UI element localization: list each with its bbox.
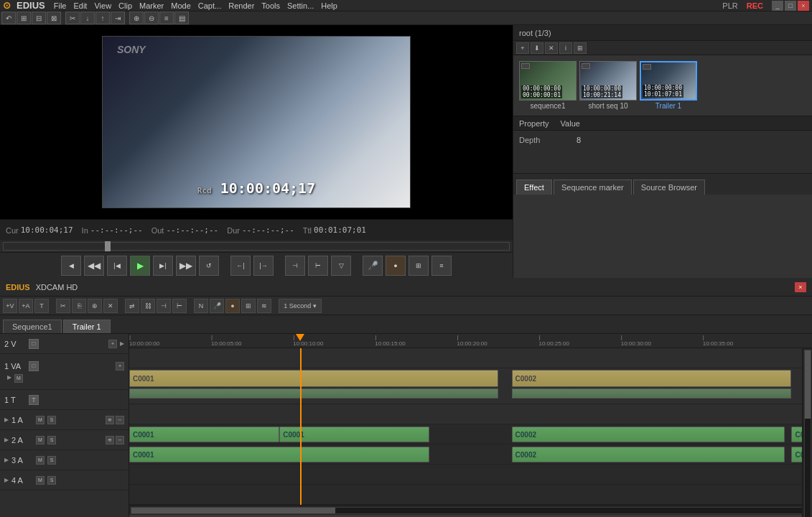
track-add-1va[interactable]: + — [116, 362, 124, 371]
tl-grid-btn[interactable]: ⊞ — [241, 299, 256, 313]
menu-edit[interactable]: Edit — [73, 1, 87, 10]
tl-ripple-btn[interactable]: ⇌ — [125, 299, 139, 313]
tl-normalize-btn[interactable]: N — [194, 299, 208, 313]
tl-split-btn[interactable]: ⊣ — [157, 299, 171, 313]
tl-delete-btn[interactable]: ✕ — [103, 299, 118, 313]
clip-2a-c0002[interactable]: C0002 — [512, 447, 785, 462]
play-button[interactable]: ▶ — [130, 256, 150, 276]
asset-import-btn[interactable]: ⬇ — [531, 42, 543, 54]
track-solo-3a[interactable]: S — [47, 456, 56, 465]
toolbar-btn-3[interactable]: ⊟ — [32, 11, 46, 24]
clip-1va-video-c0001[interactable]: C0001 — [129, 370, 498, 387]
track-solo-2a[interactable]: S — [47, 436, 56, 444]
track-mute-4a[interactable]: M — [36, 476, 45, 485]
scrub-bar[interactable] — [3, 242, 510, 251]
track-add-2v[interactable]: + — [108, 340, 117, 348]
track-expand-2a[interactable]: ▶ — [4, 437, 9, 443]
color-button[interactable]: ● — [386, 256, 406, 276]
track-expand-4a[interactable]: ▶ — [4, 477, 9, 483]
menu-capt[interactable]: Capt... — [198, 1, 221, 10]
clip-1a-c0002[interactable]: C0002 — [512, 427, 785, 442]
toolbar-btn-1[interactable]: ↶ — [1, 11, 16, 24]
tl-paste-btn[interactable]: ⊕ — [88, 299, 102, 313]
close-button[interactable]: × — [798, 1, 809, 11]
tl-tab-trailer1[interactable]: Trailer 1 — [63, 320, 111, 333]
toolbar-btn-12[interactable]: ▤ — [174, 11, 189, 24]
toolbar-btn-2[interactable]: ⊞ — [17, 11, 31, 24]
track-mute-1a[interactable]: M — [36, 416, 45, 424]
asset-item-2[interactable]: 10:00:00:0010:00:21:14 short seq 10 — [579, 61, 637, 110]
asset-item-3[interactable]: 10:00:00:0010:01:07:01 Trailer 1 — [640, 61, 697, 110]
tl-join-btn[interactable]: ⊢ — [172, 299, 187, 313]
asset-view-btn[interactable]: ⊞ — [574, 42, 587, 54]
timeline-close-button[interactable]: × — [795, 282, 806, 292]
toolbar-btn-5[interactable]: ✂ — [65, 11, 80, 24]
maximize-button[interactable]: □ — [785, 1, 796, 11]
toolbar-btn-11[interactable]: ≡ — [159, 11, 174, 24]
plr-button[interactable]: PLR — [719, 1, 740, 11]
toolbar-btn-7[interactable]: ↑ — [95, 11, 110, 24]
tl-copy-btn[interactable]: ⎘ — [72, 299, 86, 313]
toolbar-btn-8[interactable]: ⇥ — [111, 11, 125, 24]
grid-button[interactable]: ⊞ — [409, 256, 429, 276]
track-solo-4a[interactable]: S — [47, 476, 56, 485]
menu-marker[interactable]: Marker — [139, 1, 164, 10]
menu-file[interactable]: File — [54, 1, 67, 10]
tl-cut-btn[interactable]: ✂ — [56, 299, 70, 313]
step-forward-button[interactable]: ▶| — [153, 256, 173, 276]
clip-1a-c0001-1[interactable]: C0001 — [129, 427, 279, 442]
menu-render[interactable]: Render — [228, 1, 254, 10]
fast-forward-button[interactable]: ▶▶ — [176, 256, 196, 276]
mark-out-button[interactable]: ⊢ — [308, 256, 328, 276]
prev-frame-button[interactable]: ◀ — [61, 256, 81, 276]
menu-mode[interactable]: Mode — [171, 1, 191, 10]
tab-sequence-marker[interactable]: Sequence marker — [554, 180, 632, 195]
menu-tools[interactable]: Tools — [261, 1, 280, 10]
tl-link-btn[interactable]: ⛓ — [141, 299, 155, 313]
toolbar-btn-6[interactable]: ↓ — [80, 11, 95, 24]
tl-add-title-btn[interactable]: T — [34, 299, 49, 313]
menu-settings[interactable]: Settin... — [287, 1, 314, 10]
toolbar-btn-10[interactable]: ⊖ — [144, 11, 159, 24]
tab-effect[interactable]: Effect — [516, 180, 552, 195]
track-expand-3a[interactable]: ▶ — [4, 457, 9, 463]
track-pan-1a[interactable]: ↔ — [116, 416, 124, 424]
track-solo-1a[interactable]: S — [47, 416, 56, 424]
settings-button[interactable]: ≡ — [431, 256, 452, 276]
h-scroll-thumb[interactable] — [131, 508, 335, 513]
toolbar-btn-9[interactable]: ⊕ — [129, 11, 144, 24]
minimize-button[interactable]: _ — [772, 1, 783, 11]
track-video-icon-1va[interactable]: □ — [29, 361, 39, 371]
step-back-button[interactable]: |◀ — [107, 256, 127, 276]
track-audio-mute-1va[interactable]: M — [14, 374, 23, 383]
track-mute-2a[interactable]: M — [36, 436, 45, 444]
tl-tab-sequence1[interactable]: Sequence1 — [3, 320, 62, 333]
timeline-ruler[interactable]: 10:00:00:00 10:00:05:00 10:00:10:00 10:0… — [129, 334, 812, 348]
toolbar-btn-4[interactable]: ⊠ — [47, 11, 61, 24]
menu-view[interactable]: View — [94, 1, 111, 10]
menu-help[interactable]: Help — [321, 1, 337, 10]
v-scroll-thumb[interactable] — [805, 350, 811, 419]
tab-source-browser[interactable]: Source Browser — [633, 180, 705, 195]
track-mute-3a[interactable]: M — [36, 456, 45, 465]
tl-waveform-btn[interactable]: ≋ — [257, 299, 271, 313]
tl-mic-btn[interactable]: 🎤 — [210, 299, 224, 313]
track-vol-2a[interactable]: ≋ — [106, 436, 114, 444]
mark-in-button[interactable]: ⊣ — [285, 256, 305, 276]
scrub-handle[interactable] — [105, 241, 111, 251]
mic-button[interactable]: 🎤 — [363, 256, 383, 276]
overwrite-button[interactable]: ▽ — [331, 256, 351, 276]
track-vol-1a[interactable]: ≋ — [106, 416, 114, 424]
track-pan-2a[interactable]: ↔ — [116, 436, 124, 444]
track-expand-2v[interactable]: ▶ — [120, 340, 124, 347]
menu-clip[interactable]: Clip — [118, 1, 132, 10]
asset-delete-btn[interactable]: ✕ — [545, 42, 558, 54]
track-audio-expand-1va[interactable]: ▶ — [7, 374, 11, 383]
tl-add-track-btn[interactable]: +V — [3, 299, 17, 313]
rewind-button[interactable]: ◀◀ — [84, 256, 104, 276]
clip-1va-video-c0002[interactable]: C0002 — [512, 370, 792, 387]
asset-props-btn[interactable]: i — [559, 42, 572, 54]
track-expand-1a[interactable]: ▶ — [4, 416, 9, 423]
tl-color-btn[interactable]: ● — [225, 299, 240, 313]
asset-item-1[interactable]: 00:00:00:0000:00:00:01 sequence1 — [519, 61, 577, 110]
